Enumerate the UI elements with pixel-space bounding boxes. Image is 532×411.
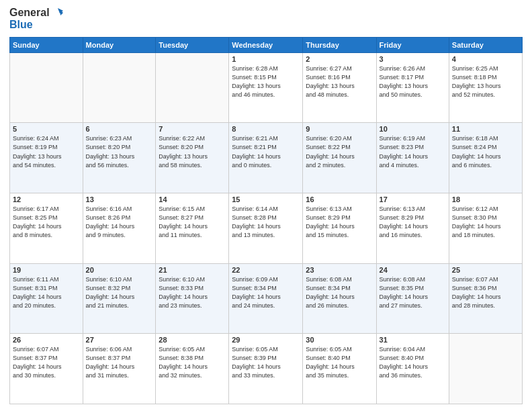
- day-info: Sunrise: 6:22 AM Sunset: 8:20 PM Dayligh…: [159, 134, 226, 169]
- logo: General Blue: [9, 7, 63, 32]
- calendar-cell: 5Sunrise: 6:24 AM Sunset: 8:19 PM Daylig…: [10, 123, 83, 193]
- calendar-row-2: 5Sunrise: 6:24 AM Sunset: 8:19 PM Daylig…: [10, 123, 523, 193]
- header-monday: Monday: [83, 37, 156, 52]
- calendar-cell: 31Sunrise: 6:04 AM Sunset: 8:40 PM Dayli…: [376, 334, 449, 404]
- day-number: 22: [232, 266, 300, 274]
- day-info: Sunrise: 6:19 AM Sunset: 8:23 PM Dayligh…: [380, 134, 446, 169]
- day-info: Sunrise: 6:28 AM Sunset: 8:15 PM Dayligh…: [232, 64, 300, 99]
- calendar-cell: 13Sunrise: 6:16 AM Sunset: 8:26 PM Dayli…: [83, 193, 156, 264]
- day-number: 16: [306, 195, 373, 203]
- calendar-row-4: 19Sunrise: 6:11 AM Sunset: 8:31 PM Dayli…: [10, 263, 523, 334]
- day-info: Sunrise: 6:13 AM Sunset: 8:29 PM Dayligh…: [306, 205, 373, 240]
- day-info: Sunrise: 6:05 AM Sunset: 8:38 PM Dayligh…: [159, 345, 226, 380]
- day-info: Sunrise: 6:12 AM Sunset: 8:30 PM Dayligh…: [452, 205, 519, 240]
- calendar-cell: 29Sunrise: 6:05 AM Sunset: 8:39 PM Dayli…: [229, 334, 303, 404]
- calendar-cell: 26Sunrise: 6:07 AM Sunset: 8:37 PM Dayli…: [10, 334, 83, 404]
- day-number: 29: [232, 336, 300, 344]
- calendar-cell: [83, 52, 156, 123]
- day-info: Sunrise: 6:24 AM Sunset: 8:19 PM Dayligh…: [13, 134, 80, 169]
- day-info: Sunrise: 6:06 AM Sunset: 8:37 PM Dayligh…: [86, 345, 153, 380]
- day-info: Sunrise: 6:20 AM Sunset: 8:22 PM Dayligh…: [306, 134, 373, 169]
- day-info: Sunrise: 6:26 AM Sunset: 8:17 PM Dayligh…: [380, 64, 446, 99]
- calendar-cell: 21Sunrise: 6:10 AM Sunset: 8:33 PM Dayli…: [156, 263, 229, 334]
- day-number: 2: [306, 55, 373, 63]
- calendar-cell: 24Sunrise: 6:08 AM Sunset: 8:35 PM Dayli…: [376, 263, 449, 334]
- day-info: Sunrise: 6:09 AM Sunset: 8:34 PM Dayligh…: [232, 275, 300, 310]
- day-number: 14: [159, 195, 226, 203]
- calendar-cell: [10, 52, 83, 123]
- calendar-cell: [449, 334, 522, 404]
- day-number: 1: [232, 55, 300, 63]
- calendar-cell: 9Sunrise: 6:20 AM Sunset: 8:22 PM Daylig…: [303, 123, 376, 193]
- day-number: 7: [159, 125, 226, 133]
- header-tuesday: Tuesday: [156, 37, 229, 52]
- logo-bird-icon: [51, 7, 63, 19]
- calendar-cell: 3Sunrise: 6:26 AM Sunset: 8:17 PM Daylig…: [376, 52, 449, 123]
- day-info: Sunrise: 6:08 AM Sunset: 8:35 PM Dayligh…: [380, 275, 446, 310]
- logo-general: General: [9, 7, 50, 19]
- calendar-cell: 17Sunrise: 6:13 AM Sunset: 8:29 PM Dayli…: [376, 193, 449, 264]
- day-info: Sunrise: 6:14 AM Sunset: 8:28 PM Dayligh…: [232, 205, 300, 240]
- day-number: 26: [13, 336, 80, 344]
- day-info: Sunrise: 6:07 AM Sunset: 8:36 PM Dayligh…: [452, 275, 519, 310]
- day-info: Sunrise: 6:13 AM Sunset: 8:29 PM Dayligh…: [380, 205, 446, 240]
- day-number: 31: [380, 336, 446, 344]
- calendar-cell: 15Sunrise: 6:14 AM Sunset: 8:28 PM Dayli…: [229, 193, 303, 264]
- header-thursday: Thursday: [303, 37, 376, 52]
- header-friday: Friday: [376, 37, 449, 52]
- calendar-cell: 10Sunrise: 6:19 AM Sunset: 8:23 PM Dayli…: [376, 123, 449, 193]
- day-info: Sunrise: 6:11 AM Sunset: 8:31 PM Dayligh…: [13, 275, 80, 310]
- day-number: 5: [13, 125, 80, 133]
- day-number: 18: [452, 195, 519, 203]
- header-saturday: Saturday: [449, 37, 522, 52]
- day-info: Sunrise: 6:16 AM Sunset: 8:26 PM Dayligh…: [86, 205, 153, 240]
- day-info: Sunrise: 6:21 AM Sunset: 8:21 PM Dayligh…: [232, 134, 300, 169]
- day-info: Sunrise: 6:25 AM Sunset: 8:18 PM Dayligh…: [452, 64, 519, 99]
- calendar-cell: [156, 52, 229, 123]
- day-number: 21: [159, 266, 226, 274]
- day-number: 4: [452, 55, 519, 63]
- day-info: Sunrise: 6:05 AM Sunset: 8:39 PM Dayligh…: [232, 345, 300, 380]
- calendar-cell: 1Sunrise: 6:28 AM Sunset: 8:15 PM Daylig…: [229, 52, 303, 123]
- day-number: 10: [380, 125, 446, 133]
- calendar-cell: 6Sunrise: 6:23 AM Sunset: 8:20 PM Daylig…: [83, 123, 156, 193]
- day-number: 6: [86, 125, 153, 133]
- calendar-cell: 11Sunrise: 6:18 AM Sunset: 8:24 PM Dayli…: [449, 123, 522, 193]
- day-number: 23: [306, 266, 373, 274]
- day-number: 25: [452, 266, 519, 274]
- calendar-cell: 14Sunrise: 6:15 AM Sunset: 8:27 PM Dayli…: [156, 193, 229, 264]
- calendar-table: SundayMondayTuesdayWednesdayThursdayFrid…: [9, 37, 523, 404]
- day-number: 13: [86, 195, 153, 203]
- day-number: 9: [306, 125, 373, 133]
- day-number: 30: [306, 336, 373, 344]
- calendar-cell: 16Sunrise: 6:13 AM Sunset: 8:29 PM Dayli…: [303, 193, 376, 264]
- calendar-page: General Blue SundayMondayTuesdayWednesda…: [0, 0, 532, 411]
- day-number: 12: [13, 195, 80, 203]
- day-info: Sunrise: 6:23 AM Sunset: 8:20 PM Dayligh…: [86, 134, 153, 169]
- day-info: Sunrise: 6:05 AM Sunset: 8:40 PM Dayligh…: [306, 345, 373, 380]
- day-number: 24: [380, 266, 446, 274]
- day-info: Sunrise: 6:08 AM Sunset: 8:34 PM Dayligh…: [306, 275, 373, 310]
- day-number: 8: [232, 125, 300, 133]
- calendar-cell: 30Sunrise: 6:05 AM Sunset: 8:40 PM Dayli…: [303, 334, 376, 404]
- calendar-cell: 8Sunrise: 6:21 AM Sunset: 8:21 PM Daylig…: [229, 123, 303, 193]
- day-number: 11: [452, 125, 519, 133]
- calendar-cell: 20Sunrise: 6:10 AM Sunset: 8:32 PM Dayli…: [83, 263, 156, 334]
- calendar-cell: 27Sunrise: 6:06 AM Sunset: 8:37 PM Dayli…: [83, 334, 156, 404]
- logo-blue: Blue: [9, 19, 33, 31]
- calendar-cell: 23Sunrise: 6:08 AM Sunset: 8:34 PM Dayli…: [303, 263, 376, 334]
- day-number: 3: [380, 55, 446, 63]
- day-number: 17: [380, 195, 446, 203]
- header-wednesday: Wednesday: [229, 37, 303, 52]
- calendar-row-1: 1Sunrise: 6:28 AM Sunset: 8:15 PM Daylig…: [10, 52, 523, 123]
- day-info: Sunrise: 6:17 AM Sunset: 8:25 PM Dayligh…: [13, 205, 80, 240]
- day-info: Sunrise: 6:15 AM Sunset: 8:27 PM Dayligh…: [159, 205, 226, 240]
- day-number: 15: [232, 195, 300, 203]
- day-info: Sunrise: 6:10 AM Sunset: 8:32 PM Dayligh…: [86, 275, 153, 310]
- header-sunday: Sunday: [10, 37, 83, 52]
- day-info: Sunrise: 6:04 AM Sunset: 8:40 PM Dayligh…: [380, 345, 446, 380]
- day-info: Sunrise: 6:27 AM Sunset: 8:16 PM Dayligh…: [306, 64, 373, 99]
- header-row: SundayMondayTuesdayWednesdayThursdayFrid…: [10, 37, 523, 52]
- calendar-cell: 25Sunrise: 6:07 AM Sunset: 8:36 PM Dayli…: [449, 263, 522, 334]
- day-info: Sunrise: 6:10 AM Sunset: 8:33 PM Dayligh…: [159, 275, 226, 310]
